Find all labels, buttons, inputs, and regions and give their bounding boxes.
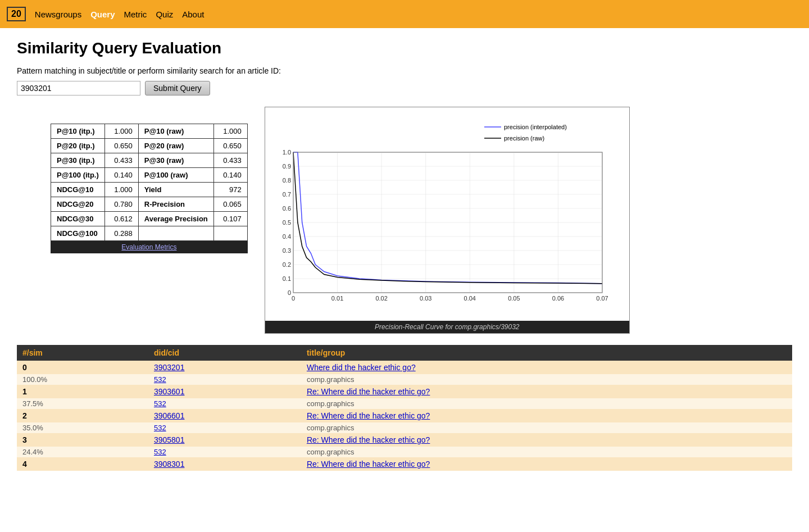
navbar: 20 Newsgroups Query Metric Quiz About xyxy=(0,0,809,28)
query-input[interactable]: 3903201 xyxy=(17,81,140,96)
sim-cell: 35.0% xyxy=(17,422,148,433)
chart-footer: Precision-Recall Curve for comp.graphics… xyxy=(265,321,629,333)
table-row-sub: 35.0% 532 comp.graphics xyxy=(17,422,792,433)
metric-right-name: R-Precision xyxy=(138,197,213,212)
nav-metric[interactable]: Metric xyxy=(124,10,147,19)
metric-right-value xyxy=(213,226,247,241)
chart-box: Precision-Recall Curve for comp.graphics… xyxy=(265,107,630,334)
evaluation-metrics-link[interactable]: Evaluation Metrics xyxy=(121,243,176,251)
group-cell: comp.graphics xyxy=(301,447,792,457)
metrics-row: NDCG@10 1.000 Yield 972 xyxy=(51,183,248,197)
logo[interactable]: 20 xyxy=(7,7,26,21)
nav-quiz[interactable]: Quiz xyxy=(156,10,173,19)
title-link[interactable]: Re: Where did the hacker ethic go? xyxy=(307,460,430,469)
metric-right-value: 0.140 xyxy=(213,168,247,183)
col-sim: #/sim xyxy=(17,345,148,361)
did-cell: 3905801 xyxy=(148,433,301,447)
metrics-table: P@10 (itp.) 1.000 P@10 (raw) 1.000 P@20 … xyxy=(51,124,248,241)
metrics-row: P@20 (itp.) 0.650 P@20 (raw) 0.650 xyxy=(51,139,248,153)
table-row: 1 3903601 Re: Where did the hacker ethic… xyxy=(17,385,792,398)
cid-cell: 532 xyxy=(148,398,301,409)
did-link[interactable]: 3906601 xyxy=(154,411,185,420)
metric-right-name: P@20 (raw) xyxy=(138,139,213,153)
metrics-row: P@10 (itp.) 1.000 P@10 (raw) 1.000 xyxy=(51,124,248,139)
metric-right-value: 0.433 xyxy=(213,153,247,168)
title-cell: Re: Where did the hacker ethic go? xyxy=(301,409,792,422)
cid-link[interactable]: 532 xyxy=(154,424,166,432)
did-cell: 3903201 xyxy=(148,361,301,374)
rank-cell: 0 xyxy=(17,361,148,374)
main-content: Similarity Query Evaluation Pattern matc… xyxy=(0,28,809,482)
metric-left-name: NDCG@30 xyxy=(51,212,105,226)
cid-link[interactable]: 532 xyxy=(154,399,166,408)
metric-right-name: P@30 (raw) xyxy=(138,153,213,168)
did-cell: 3906601 xyxy=(148,409,301,422)
metrics-row: NDCG@30 0.612 Average Precision 0.107 xyxy=(51,212,248,226)
rank-cell: 4 xyxy=(17,457,148,471)
cid-cell: 532 xyxy=(148,422,301,433)
metric-right-value: 1.000 xyxy=(213,124,247,139)
metric-left-name: NDCG@10 xyxy=(51,183,105,197)
title-cell: Re: Where did the hacker ethic go? xyxy=(301,457,792,471)
metrics-footer: Evaluation Metrics xyxy=(51,241,248,253)
metric-left-name: P@30 (itp.) xyxy=(51,153,105,168)
nav-query[interactable]: Query xyxy=(90,10,115,19)
precision-recall-chart xyxy=(265,107,613,321)
title-link[interactable]: Re: Where did the hacker ethic go? xyxy=(307,387,430,396)
metric-left-name: P@10 (itp.) xyxy=(51,124,105,139)
sim-cell: 24.4% xyxy=(17,447,148,457)
table-row-sub: 100.0% 532 comp.graphics xyxy=(17,374,792,385)
metrics-row: NDCG@20 0.780 R-Precision 0.065 xyxy=(51,197,248,212)
submit-query-button[interactable]: Submit Query xyxy=(145,81,210,96)
results-section: #/sim did/cid title/group 0 3903201 Wher… xyxy=(17,345,792,471)
page-title: Similarity Query Evaluation xyxy=(17,39,792,57)
sim-cell: 100.0% xyxy=(17,374,148,385)
table-row: 3 3905801 Re: Where did the hacker ethic… xyxy=(17,433,792,447)
group-cell: comp.graphics xyxy=(301,398,792,409)
group-cell: comp.graphics xyxy=(301,422,792,433)
results-table: #/sim did/cid title/group 0 3903201 Wher… xyxy=(17,345,792,471)
metric-right-name: Yield xyxy=(138,183,213,197)
metric-left-name: P@100 (itp.) xyxy=(51,168,105,183)
metric-left-name: P@20 (itp.) xyxy=(51,139,105,153)
metric-left-value: 1.000 xyxy=(104,124,138,139)
table-row-sub: 37.5% 532 comp.graphics xyxy=(17,398,792,409)
title-cell: Re: Where did the hacker ethic go? xyxy=(301,385,792,398)
metric-right-name: P@10 (raw) xyxy=(138,124,213,139)
nav-about[interactable]: About xyxy=(182,10,204,19)
cid-link[interactable]: 532 xyxy=(154,375,166,384)
title-cell: Where did the hacker ethic go? xyxy=(301,361,792,374)
metric-left-value: 0.612 xyxy=(104,212,138,226)
col-did: did/cid xyxy=(148,345,301,361)
table-row-sub: 24.4% 532 comp.graphics xyxy=(17,447,792,457)
cid-link[interactable]: 532 xyxy=(154,448,166,456)
metric-right-name: P@100 (raw) xyxy=(138,168,213,183)
metric-left-value: 0.433 xyxy=(104,153,138,168)
cid-cell: 532 xyxy=(148,374,301,385)
metric-right-name xyxy=(138,226,213,241)
title-link[interactable]: Where did the hacker ethic go? xyxy=(307,363,416,372)
query-form: 3903201 Submit Query xyxy=(17,81,792,96)
title-link[interactable]: Re: Where did the hacker ethic go? xyxy=(307,435,430,444)
title-cell: Re: Where did the hacker ethic go? xyxy=(301,433,792,447)
did-link[interactable]: 3905801 xyxy=(154,435,185,444)
did-link[interactable]: 3908301 xyxy=(154,460,185,469)
middle-section: P@10 (itp.) 1.000 P@10 (raw) 1.000 P@20 … xyxy=(17,107,792,334)
metric-right-value: 0.065 xyxy=(213,197,247,212)
group-cell: comp.graphics xyxy=(301,374,792,385)
cid-cell: 532 xyxy=(148,447,301,457)
metric-left-value: 0.780 xyxy=(104,197,138,212)
rank-cell: 3 xyxy=(17,433,148,447)
table-row: 0 3903201 Where did the hacker ethic go? xyxy=(17,361,792,374)
metric-left-value: 0.288 xyxy=(104,226,138,241)
did-cell: 3908301 xyxy=(148,457,301,471)
metric-left-value: 0.650 xyxy=(104,139,138,153)
metric-right-value: 0.650 xyxy=(213,139,247,153)
did-link[interactable]: 3903601 xyxy=(154,387,185,396)
title-link[interactable]: Re: Where did the hacker ethic go? xyxy=(307,411,430,420)
query-description: Pattern matching in subject/title or per… xyxy=(17,66,792,75)
metric-left-name: NDCG@100 xyxy=(51,226,105,241)
nav-newsgroups[interactable]: Newsgroups xyxy=(35,10,81,19)
did-link[interactable]: 3903201 xyxy=(154,363,185,372)
rank-cell: 1 xyxy=(17,385,148,398)
